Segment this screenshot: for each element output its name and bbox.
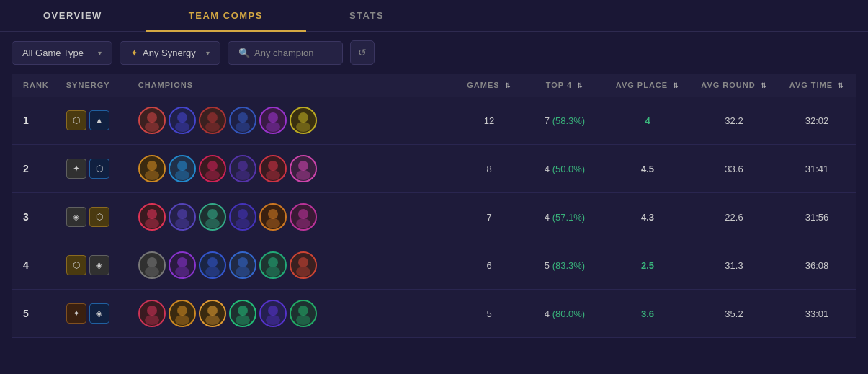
champion-icon[interactable] — [169, 251, 196, 279]
champion-icon[interactable] — [199, 155, 226, 182]
games-cell: 6 — [453, 241, 525, 290]
synergy-badge: ◈ — [89, 255, 109, 275]
reset-button[interactable]: ↺ — [350, 40, 375, 65]
champion-icon[interactable] — [229, 155, 256, 182]
reset-icon: ↺ — [358, 47, 367, 58]
synergy-star-icon: ✦ — [130, 48, 138, 58]
top4-cell: 4 (57.1%) — [525, 193, 604, 241]
avg-round-cell: 31.3 — [691, 241, 777, 290]
col-header-avg-round[interactable]: AVG ROUND ⇅ — [691, 74, 777, 97]
avg-place-cell: 4 — [604, 97, 691, 145]
champion-icon[interactable] — [290, 300, 317, 327]
svg-point-23 — [175, 170, 189, 180]
table-body: 1⬡▲ 127 (58.3%)432.232:022✦⬡ — [12, 97, 856, 338]
champions-cell — [130, 193, 453, 241]
top4-cell: 4 (50.0%) — [525, 145, 604, 193]
synergy-badge: ◈ — [66, 207, 86, 227]
col-header-top4[interactable]: TOP 4 ⇅ — [525, 74, 604, 97]
champion-icon[interactable] — [169, 155, 196, 182]
tab-overview[interactable]: OVERVIEW — [0, 0, 146, 31]
champion-search[interactable]: 🔍 Any champion — [228, 41, 343, 65]
svg-point-47 — [236, 218, 250, 228]
tab-stats[interactable]: STATS — [306, 0, 427, 31]
svg-point-43 — [207, 209, 218, 219]
rank-cell: 5 — [12, 290, 58, 338]
avg-place-value: 4.5 — [641, 164, 654, 174]
svg-point-20 — [145, 170, 159, 180]
champion-icon[interactable] — [290, 155, 317, 182]
champion-icon[interactable] — [199, 203, 226, 231]
col-header-games[interactable]: GAMES ⇅ — [453, 74, 525, 97]
champions-cell — [130, 97, 453, 145]
top4-pct: (50.0%) — [552, 164, 586, 174]
svg-point-86 — [266, 315, 280, 325]
svg-point-2 — [145, 122, 159, 132]
champion-icon[interactable] — [259, 155, 287, 182]
avg-place-value: 4 — [645, 115, 650, 126]
tab-team-comps[interactable]: TEAM COMPS — [146, 0, 306, 31]
champion-icon[interactable] — [169, 300, 196, 327]
svg-point-65 — [236, 267, 250, 277]
svg-point-70 — [298, 257, 308, 267]
rank-cell: 4 — [12, 241, 58, 290]
champion-icon[interactable] — [290, 203, 317, 231]
table-row: 5✦◈ 54 (80.0%)3.635.233:01 — [12, 290, 856, 338]
svg-point-67 — [268, 257, 278, 267]
svg-point-31 — [268, 161, 278, 171]
champion-icon[interactable] — [229, 300, 256, 327]
table-header: RANK SYNERGY CHAMPIONS GAMES ⇅ TOP 4 ⇅ A… — [12, 74, 856, 97]
top4-pct: (57.1%) — [552, 212, 586, 223]
svg-point-14 — [266, 122, 280, 132]
champion-icon[interactable] — [199, 107, 226, 134]
synergy-badge: ▲ — [89, 110, 109, 130]
svg-point-28 — [238, 161, 248, 171]
champion-icon[interactable] — [229, 251, 256, 279]
top4-cell: 7 (58.3%) — [525, 97, 604, 145]
svg-point-68 — [266, 267, 280, 277]
avgplace-sort-icon: ⇅ — [673, 82, 679, 89]
svg-point-89 — [296, 315, 310, 325]
rank-cell: 2 — [12, 145, 58, 193]
table-row: 1⬡▲ 127 (58.3%)432.232:02 — [12, 97, 856, 145]
games-cell: 7 — [453, 193, 525, 241]
synergy-badge: ◈ — [89, 303, 109, 324]
synergy-badge: ⬡ — [66, 110, 86, 130]
champion-icon[interactable] — [259, 300, 287, 327]
champion-icon[interactable] — [169, 107, 196, 134]
champion-icon[interactable] — [138, 155, 166, 182]
svg-point-55 — [147, 257, 157, 267]
svg-point-49 — [268, 209, 278, 219]
svg-point-82 — [238, 306, 248, 316]
top4-pct: (83.3%) — [552, 260, 586, 271]
champion-icon[interactable] — [259, 203, 287, 231]
champion-icon[interactable] — [138, 300, 166, 327]
champion-icon[interactable] — [290, 251, 317, 279]
avg-time-cell: 36:08 — [777, 241, 856, 290]
champion-icon[interactable] — [199, 251, 226, 279]
champions-cell — [130, 241, 453, 290]
games-cell: 8 — [453, 145, 525, 193]
svg-point-79 — [207, 306, 218, 316]
svg-point-4 — [177, 112, 187, 123]
champion-icon[interactable] — [229, 203, 256, 231]
svg-point-85 — [268, 306, 278, 316]
avg-place-cell: 4.3 — [604, 193, 691, 241]
synergy-dropdown[interactable]: ✦ Any Synergy ▾ — [120, 41, 220, 65]
champion-icon[interactable] — [199, 300, 226, 327]
svg-point-46 — [238, 209, 248, 219]
champion-icon[interactable] — [138, 203, 166, 231]
col-header-avg-time[interactable]: AVG TIME ⇅ — [777, 74, 856, 97]
col-header-avg-place[interactable]: AVG PLACE ⇅ — [604, 74, 691, 97]
champion-icon[interactable] — [229, 107, 256, 134]
champion-icon[interactable] — [169, 203, 196, 231]
champion-icon[interactable] — [290, 107, 317, 134]
svg-point-10 — [238, 112, 248, 123]
synergy-badge: ✦ — [66, 159, 86, 179]
avg-round-cell: 35.2 — [691, 290, 777, 338]
champion-icon[interactable] — [138, 107, 166, 134]
svg-point-88 — [298, 306, 308, 316]
champion-icon[interactable] — [259, 251, 287, 279]
champion-icon[interactable] — [259, 107, 287, 134]
game-type-dropdown[interactable]: All Game Type ▾ — [12, 41, 112, 65]
champion-icon[interactable] — [138, 251, 166, 279]
